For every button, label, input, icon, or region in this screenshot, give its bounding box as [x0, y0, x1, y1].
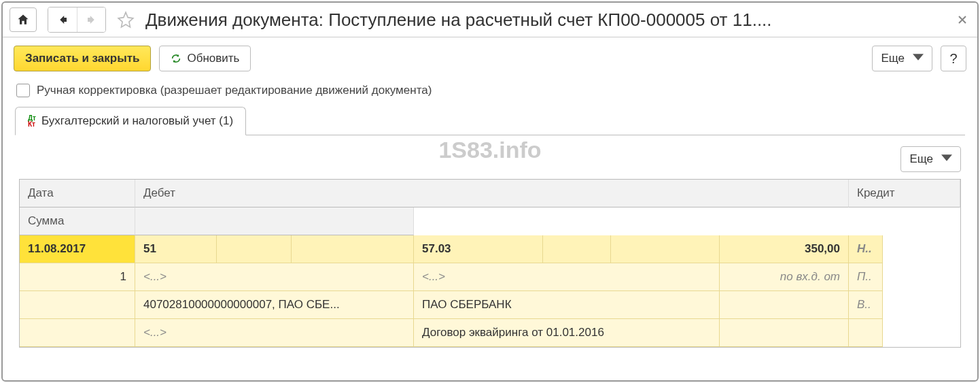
- cell-debit-sub2: 40702810000000000007, ПАО СБЕ...: [135, 291, 414, 319]
- table-row[interactable]: 1 <...> <...> по вх.д. от П..: [20, 263, 960, 291]
- grid-toolbar: Еще: [19, 146, 961, 179]
- page-title: Движения документа: Поступление на расче…: [145, 10, 949, 31]
- more-label: Еще: [881, 52, 905, 65]
- cell-credit-sub3: Договор эквайринга от 01.01.2016: [414, 319, 720, 347]
- cell-debit-account: 51: [135, 235, 217, 263]
- manual-edit-row: Ручная корректировка (разрешает редактир…: [3, 80, 977, 107]
- col-debit: Дебет: [135, 180, 849, 207]
- cell-note: П..: [849, 263, 883, 291]
- back-button[interactable]: [48, 7, 77, 32]
- refresh-label: Обновить: [187, 52, 239, 65]
- grid-header: Дата Дебет Кредит Сумма: [20, 180, 960, 235]
- arrow-left-icon: [56, 14, 69, 26]
- cell-seq: 1: [20, 263, 135, 291]
- home-button[interactable]: [10, 7, 37, 32]
- forward-button[interactable]: [77, 7, 105, 32]
- cell-note: Н..: [849, 235, 883, 263]
- tab-accounting[interactable]: ДтКт Бухгалтерский и налоговый учет (1): [15, 107, 246, 135]
- cell-date: 11.08.2017: [20, 235, 135, 263]
- more-button[interactable]: Еще: [872, 46, 932, 71]
- tabs: ДтКт Бухгалтерский и налоговый учет (1): [3, 107, 977, 135]
- cell-sum: 350,00: [720, 235, 849, 263]
- col-date: Дата: [20, 180, 135, 207]
- save-close-label: Записать и закрыть: [25, 52, 139, 65]
- star-icon: [117, 11, 135, 29]
- chevron-down-icon: [913, 52, 924, 66]
- manual-edit-checkbox[interactable]: [16, 84, 30, 97]
- table-row[interactable]: 11.08.2017 51 57.03 350,00 Н..: [20, 235, 960, 263]
- cell-credit-account: 57.03: [414, 235, 543, 263]
- accounting-grid: Дата Дебет Кредит Сумма 11.08.2017 51 57…: [19, 179, 961, 348]
- tab-label: Бухгалтерский и налоговый учет (1): [41, 114, 233, 128]
- grid-more-label: Еще: [909, 152, 933, 166]
- close-icon: [958, 15, 967, 24]
- table-row[interactable]: <...> Договор эквайринга от 01.01.2016: [20, 319, 960, 347]
- help-label: ?: [949, 51, 957, 67]
- refresh-icon: [171, 53, 181, 64]
- favorite-button[interactable]: [116, 10, 136, 30]
- cell-credit-sub1: <...>: [414, 263, 720, 291]
- dtkt-icon: ДтКт: [28, 115, 36, 127]
- chevron-down-icon: [941, 152, 952, 167]
- cell-debit-sub3: <...>: [135, 319, 414, 347]
- save-close-button[interactable]: Записать и закрыть: [14, 46, 151, 71]
- titlebar: Движения документа: Поступление на расче…: [3, 3, 977, 37]
- help-button[interactable]: ?: [941, 46, 966, 71]
- col-sum: Сумма: [20, 207, 135, 235]
- grid-more-button[interactable]: Еще: [900, 146, 961, 172]
- cell-credit-sub2: ПАО СБЕРБАНК: [414, 291, 720, 319]
- arrow-right-icon: [86, 14, 98, 26]
- document-window: Движения документа: Поступление на расче…: [1, 1, 979, 382]
- table-row[interactable]: 40702810000000000007, ПАО СБЕ... ПАО СБЕ…: [20, 291, 960, 319]
- col-extra: [135, 207, 414, 235]
- cell-debit-sub1: <...>: [135, 263, 414, 291]
- tab-body: 1S83.info Еще Дата Дебет Кредит Сумма 11…: [3, 135, 977, 348]
- manual-edit-label: Ручная корректировка (разрешает редактир…: [37, 84, 432, 97]
- main-toolbar: Записать и закрыть Обновить Еще ?: [3, 37, 977, 80]
- nav-arrows: [48, 7, 106, 33]
- refresh-button[interactable]: Обновить: [159, 46, 251, 71]
- home-icon: [16, 13, 30, 27]
- col-credit: Кредит: [849, 180, 960, 207]
- cell-sum-note: по вх.д. от: [720, 263, 849, 291]
- close-button[interactable]: [954, 12, 970, 28]
- cell-note: В..: [849, 291, 883, 319]
